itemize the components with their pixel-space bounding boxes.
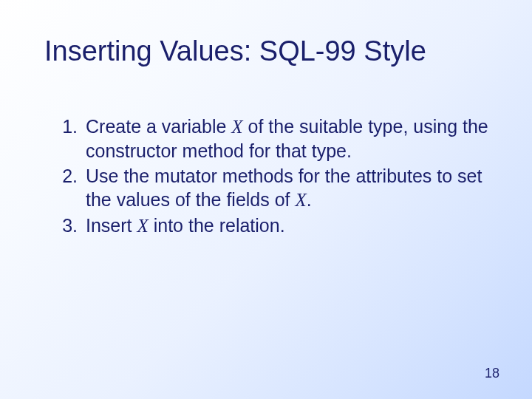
- item-text-pre: Create a variable: [86, 116, 231, 137]
- slide-body: Create a variable X of the suitable type…: [44, 115, 495, 239]
- list-item: Insert X into the relation.: [83, 214, 495, 238]
- item-text-post: .: [307, 189, 312, 210]
- slide: Inserting Values: SQL-99 Style Create a …: [0, 0, 532, 399]
- item-text-pre: Use the mutator methods for the attribut…: [86, 166, 482, 210]
- slide-title: Inserting Values: SQL-99 Style: [44, 35, 488, 68]
- item-variable: X: [137, 216, 148, 236]
- page-number: 18: [485, 366, 499, 381]
- list-item: Create a variable X of the suitable type…: [83, 115, 495, 163]
- ordered-list: Create a variable X of the suitable type…: [44, 115, 495, 238]
- item-variable: X: [296, 190, 307, 210]
- item-text-post: into the relation.: [149, 215, 285, 236]
- item-text-pre: Insert: [86, 215, 137, 236]
- list-item: Use the mutator methods for the attribut…: [83, 164, 495, 212]
- item-variable: X: [231, 117, 242, 137]
